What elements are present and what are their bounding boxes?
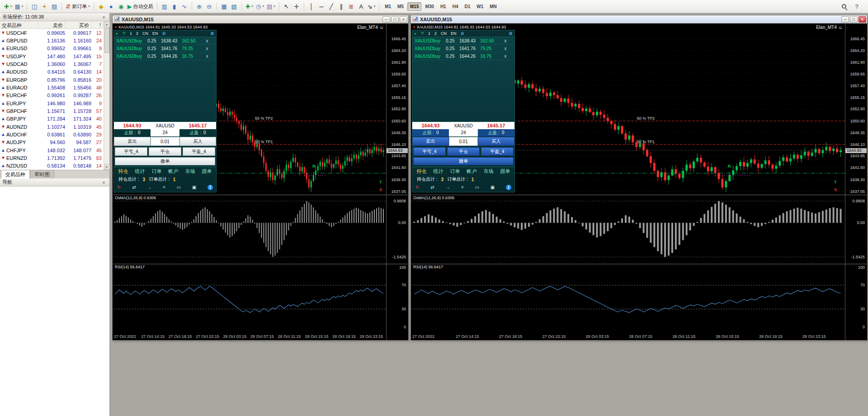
column-header[interactable]: 卖价 xyxy=(38,21,65,28)
forward-icon[interactable]: → xyxy=(147,185,151,190)
close-position-button[interactable]: x xyxy=(203,46,211,51)
scroll-thumb[interactable] xyxy=(104,28,109,53)
close-position-button[interactable]: x xyxy=(502,54,509,59)
periods-button[interactable]: ◷▾ xyxy=(255,1,265,12)
cancel-orders-button[interactable]: 撤单 xyxy=(115,157,215,165)
fibonacci-button[interactable]: ≣ xyxy=(346,1,356,12)
close-profit-button[interactable]: 平盈_4 xyxy=(183,147,215,156)
indicators-button[interactable]: ✚▾ xyxy=(244,1,255,12)
lang-en-icon[interactable]: EN xyxy=(152,32,158,36)
market-watch-row[interactable]: NZDUSD0.581340.5814814 xyxy=(0,162,104,170)
market-watch-row[interactable]: AUDCHF0.638610.6389029 xyxy=(0,131,104,138)
osma-plot[interactable]: OsMA(12,26,9) 0.6306 xyxy=(113,195,386,264)
panel-icon[interactable]: ▭ xyxy=(177,185,181,190)
time-scale[interactable]: 27 Oct 202227 Oct 14:1527 Oct 18:1527 Oc… xyxy=(411,333,845,340)
cascade-windows-button[interactable]: ▧ xyxy=(229,1,239,12)
chart-window-2[interactable]: XAUUSD,M15–□×50 % TP250 % TP1RTS▾XAUUSD,… xyxy=(410,15,868,341)
trendline-button[interactable]: ╱ xyxy=(326,1,336,12)
market-watch-row[interactable]: AUDJPY94.56094.58727 xyxy=(0,139,104,146)
sell-button[interactable]: 卖出 xyxy=(114,137,151,146)
period-m15-button[interactable]: M15 xyxy=(407,2,421,11)
close-losing-button[interactable]: 平亏_4 xyxy=(413,147,446,156)
arrows-up-icon[interactable]: ⇈ xyxy=(123,32,126,36)
window-titlebar[interactable]: XAUUSD,M15–□× xyxy=(411,15,867,23)
style-manager-button[interactable]: ● xyxy=(106,1,116,12)
metaeditor-button[interactable]: ◆ xyxy=(96,1,106,12)
close-all-button[interactable]: 平仓 xyxy=(149,147,181,156)
vertical-line-button[interactable]: │ xyxy=(307,1,316,12)
dropdown-caret-icon[interactable]: ▾ xyxy=(413,25,415,29)
rsi-plot[interactable]: RSI(14) 56.6417 xyxy=(411,264,845,333)
market-watch-row[interactable]: CHFJPY148.032148.07745 xyxy=(0,146,104,154)
ea-tab-1[interactable]: 持仓 xyxy=(417,168,427,175)
text-button[interactable]: A xyxy=(356,1,366,12)
price-plot[interactable]: 50 % TP250 % TP1RTS▾XAUUSD,M15 1644.81 1… xyxy=(411,24,845,195)
ea-tab-4[interactable]: 帐户 xyxy=(169,168,179,175)
period-m30-button[interactable]: M30 xyxy=(422,2,436,11)
new-order-button[interactable]: ⇵新订单▾ xyxy=(64,1,91,12)
tab-symbols[interactable]: 交易品种 xyxy=(1,170,30,178)
time-scale[interactable]: 27 Oct 202227 Oct 14:1527 Oct 18:1527 Oc… xyxy=(113,333,386,340)
buy-button[interactable]: 买入 xyxy=(478,137,514,146)
period-mn-button[interactable]: MN xyxy=(487,2,500,11)
market-watch-row[interactable]: EURAUD1.554081.5545648 xyxy=(0,84,104,91)
ea-tab-3[interactable]: 订单 xyxy=(450,168,460,175)
cancel-orders-button[interactable]: 撤单 xyxy=(413,157,514,165)
close-position-button[interactable]: x xyxy=(203,54,211,59)
zoom-out-button[interactable]: ⊖ xyxy=(204,1,214,12)
candlestick-chart-button[interactable]: ▮ xyxy=(170,1,179,12)
scroll-up-icon[interactable]: ▲ xyxy=(104,21,110,27)
swap-icon[interactable]: ⇄ xyxy=(430,185,434,190)
layout-1-icon[interactable]: 1 xyxy=(130,32,132,36)
tab-tick-chart[interactable]: 即时图 xyxy=(30,170,54,178)
market-watch-row[interactable]: USDJPY147.480147.49515 xyxy=(0,52,104,60)
window-titlebar[interactable]: XAUUSD,M15–□× xyxy=(113,15,408,23)
layout-2-icon[interactable]: 2 xyxy=(136,32,138,36)
swap-icon[interactable]: ⇄ xyxy=(132,185,136,190)
search-button[interactable] xyxy=(839,1,849,12)
ea-tab-6[interactable]: 跟单 xyxy=(202,168,212,175)
column-header[interactable]: ! xyxy=(91,21,103,28)
period-m1-button[interactable]: M1 xyxy=(382,2,394,11)
ea-tab-5[interactable]: 市场 xyxy=(484,168,494,175)
market-watch-row[interactable]: GBPJPY171.284171.32440 xyxy=(0,115,104,123)
close-icon[interactable]: × xyxy=(100,14,107,20)
close-position-button[interactable]: x xyxy=(502,46,509,51)
close-all-icon[interactable]: × xyxy=(163,185,165,190)
market-watch-row[interactable]: EURJPY146.980146.9899 xyxy=(0,99,104,107)
column-header[interactable]: 买价 xyxy=(65,21,91,28)
cursor-button[interactable]: ↖ xyxy=(282,1,292,12)
layout-1-icon[interactable]: 1 xyxy=(428,32,430,36)
close-profit-button[interactable]: 平盈_4 xyxy=(481,147,514,156)
lot-size-field[interactable]: 0.01 xyxy=(151,137,179,146)
ea-tab-2[interactable]: 统计 xyxy=(135,168,145,175)
sell-button[interactable]: 卖出 xyxy=(412,137,449,146)
lang-cn-icon[interactable]: CN xyxy=(142,32,148,36)
market-watch-row[interactable]: AUDUSD0.641160.6413014 xyxy=(0,68,104,76)
market-watch-row[interactable]: AUDNZD1.102741.1031945 xyxy=(0,123,104,131)
profiles-button[interactable]: ▦▾ xyxy=(13,1,24,12)
close-position-button[interactable]: x xyxy=(203,38,211,43)
period-w1-button[interactable]: W1 xyxy=(474,2,486,11)
line-chart-button[interactable]: ∿ xyxy=(179,1,189,12)
crosshair-button[interactable]: ✛ xyxy=(292,1,302,12)
help-button[interactable]: ? xyxy=(852,1,862,12)
arrows-button[interactable]: ⇘▾ xyxy=(366,1,377,12)
close-losing-button[interactable]: 平亏_4 xyxy=(115,147,147,156)
period-d1-button[interactable]: D1 xyxy=(462,2,473,11)
maximize-button[interactable]: □ xyxy=(391,16,399,23)
stop-loss-field[interactable]: 止损 :0 xyxy=(114,129,151,136)
period-h1-button[interactable]: H1 xyxy=(438,2,449,11)
new-chart-button[interactable]: ✚▾ xyxy=(3,1,13,12)
price-plot[interactable]: 50 % TP250 % TP1RTS▾XAUUSD,M15 1644.81 1… xyxy=(113,24,386,195)
ea-tab-5[interactable]: 市场 xyxy=(185,168,195,175)
info-icon[interactable]: i xyxy=(208,185,213,190)
market-watch-row[interactable]: USDCHF0.996050.9961712 xyxy=(0,29,104,37)
take-profit-field[interactable]: 止盈 :0 xyxy=(179,129,216,136)
market-watch-row[interactable]: EURCHF0.992610.9928726 xyxy=(0,92,104,99)
community-button[interactable]: ◉ xyxy=(116,1,126,12)
stop-loss-field[interactable]: 止损 :0 xyxy=(412,129,449,136)
close-button[interactable]: × xyxy=(400,16,407,23)
lot-size-field[interactable]: 0.01 xyxy=(449,137,478,146)
market-watch-button[interactable]: ◫ xyxy=(29,1,39,12)
